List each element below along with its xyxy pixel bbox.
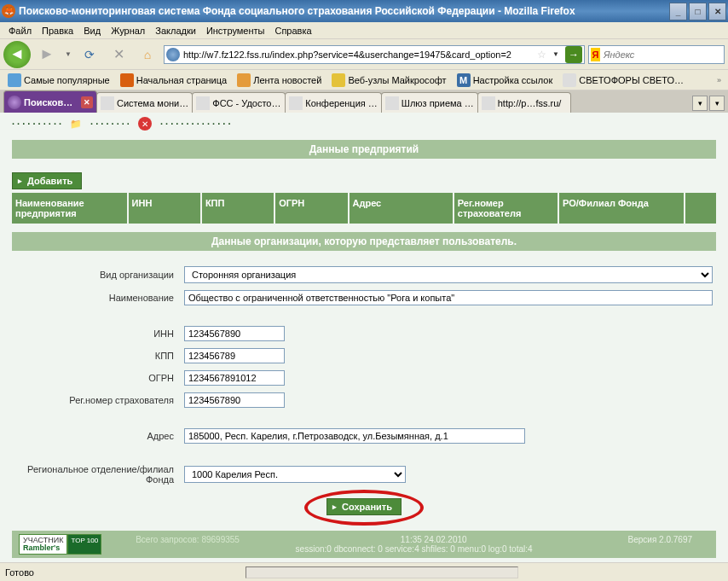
- delete-icon[interactable]: ✕: [138, 117, 152, 131]
- yandex-icon[interactable]: Я: [591, 48, 600, 61]
- tab-item[interactable]: ФСС - Удосто…: [192, 92, 286, 113]
- tab-close-icon[interactable]: ✕: [81, 96, 93, 108]
- label-inn: ИНН: [15, 328, 177, 339]
- top100-badge[interactable]: TOP 100: [67, 534, 101, 555]
- search-bar[interactable]: Я: [588, 45, 725, 64]
- select-org-type[interactable]: Сторонняя организация: [184, 266, 713, 283]
- bookmark-star-icon[interactable]: ☆: [537, 49, 546, 61]
- tab-favicon: [482, 96, 495, 110]
- status-bar: Готово: [0, 562, 728, 581]
- new-tab-button[interactable]: ▾: [692, 96, 708, 111]
- organization-form: Вид организации Сторонняя организация На…: [12, 266, 716, 485]
- search-input[interactable]: [604, 49, 722, 60]
- bookmark-icon: M: [457, 73, 471, 87]
- label-ogrn: ОГРН: [15, 373, 177, 383]
- bookmark-most-popular[interactable]: Самые популярные: [3, 72, 114, 89]
- footer-requests: Всего запросов: 89699355: [136, 535, 240, 544]
- tab-item[interactable]: Конференция …: [285, 92, 382, 113]
- navigation-toolbar: ◄ ► ▼ ⟳ ✕ ⌂ ☆ ▼ → Я: [0, 39, 728, 70]
- menu-view[interactable]: Вид: [78, 24, 106, 38]
- label-org-type: Вид организации: [15, 270, 177, 280]
- tab-favicon: [289, 96, 303, 110]
- menu-edit[interactable]: Правка: [37, 24, 78, 38]
- input-name[interactable]: [184, 290, 713, 305]
- url-bar[interactable]: ☆ ▼ →: [164, 45, 585, 64]
- menu-bookmarks[interactable]: Закладки: [150, 24, 201, 38]
- column-header[interactable]: РО/Филиал Фонда: [558, 193, 685, 224]
- menu-file[interactable]: Файл: [3, 24, 37, 38]
- bookmark-links-setup[interactable]: MНастройка ссылок: [453, 72, 558, 89]
- status-empty-section: [246, 566, 518, 578]
- menu-history[interactable]: Журнал: [106, 24, 150, 38]
- hidden-link-3[interactable]: · · · · · · · · · · · · · ·: [160, 119, 231, 129]
- input-regnum[interactable]: [184, 392, 285, 408]
- label-name: Наименование: [15, 293, 177, 303]
- hidden-link-2[interactable]: · · · · · · · ·: [90, 119, 130, 129]
- select-regional[interactable]: 1000 Карелия Респ.: [184, 466, 406, 483]
- site-identity-icon[interactable]: [166, 48, 180, 61]
- label-kpp: КПП: [15, 351, 177, 361]
- nav-forward-button[interactable]: ►: [34, 42, 60, 67]
- section-header: Данные предприятий: [12, 140, 716, 159]
- url-dropdown[interactable]: ▼: [550, 50, 562, 58]
- label-address: Адрес: [15, 431, 177, 441]
- column-header[interactable]: КПП: [201, 193, 274, 224]
- go-button[interactable]: →: [565, 46, 582, 63]
- input-address[interactable]: [184, 428, 525, 444]
- nav-home-button[interactable]: ⌂: [135, 42, 160, 67]
- bookmark-icon: [563, 73, 576, 87]
- footer-session: session:0 dbconnect: 0 service:4 shfiles…: [118, 544, 709, 554]
- nav-reload-button[interactable]: ⟳: [77, 42, 102, 67]
- maximize-button[interactable]: □: [689, 3, 707, 20]
- window-titlebar: 🦊 Поисково-мониторинговая система Фонда …: [0, 0, 728, 22]
- tab-item[interactable]: Шлюз приема …: [381, 92, 478, 113]
- nav-stop-button[interactable]: ✕: [106, 42, 131, 67]
- sub-section-header: Данные организации, которую представляет…: [12, 232, 716, 251]
- page-footer: УЧАСТНИКRambler's TOP 100 Всего запросов…: [12, 531, 716, 558]
- column-header[interactable]: ОГРН: [274, 193, 348, 224]
- folder-icon[interactable]: 📁: [70, 119, 82, 130]
- add-button[interactable]: Добавить: [12, 172, 82, 189]
- status-text: Готово: [5, 567, 34, 578]
- bookmark-icon: [332, 73, 345, 87]
- bookmark-news-feed[interactable]: Лента новостей: [233, 72, 326, 89]
- menu-tools[interactable]: Инструменты: [201, 24, 270, 38]
- url-input[interactable]: [183, 47, 534, 62]
- rambler-badge[interactable]: УЧАСТНИКRambler's: [19, 534, 67, 555]
- save-button[interactable]: Сохранить: [326, 498, 402, 515]
- input-ogrn[interactable]: [184, 370, 285, 386]
- column-header[interactable]: Адрес: [349, 193, 454, 224]
- close-button[interactable]: ✕: [708, 3, 726, 20]
- label-regional: Региональное отделение/филиал Фонда: [15, 464, 177, 485]
- label-regnum: Рег.номер страхователя: [15, 395, 177, 405]
- nav-history-dropdown[interactable]: ▼: [63, 42, 73, 67]
- tab-favicon: [8, 96, 21, 109]
- bookmark-icon: [120, 73, 134, 87]
- tabs-list-button[interactable]: ▾: [709, 96, 725, 111]
- footer-time: 11:35 24.02.2010: [401, 535, 467, 544]
- column-header[interactable]: Рег.номер страхователя: [454, 193, 558, 224]
- input-inn[interactable]: [184, 326, 285, 341]
- tab-active[interactable]: Поисков… ✕: [3, 90, 97, 113]
- tab-item[interactable]: http://p…fss.ru/: [477, 92, 571, 113]
- minimize-button[interactable]: _: [669, 3, 687, 20]
- firefox-icon: 🦊: [2, 4, 15, 18]
- bookmark-svetofor[interactable]: СВЕТОФОРЫ СВЕТО…: [558, 72, 688, 89]
- nav-back-button[interactable]: ◄: [3, 41, 31, 68]
- bookmark-icon: [8, 73, 21, 87]
- column-header[interactable]: ИНН: [128, 193, 201, 224]
- column-header[interactable]: [685, 193, 716, 224]
- menu-help[interactable]: Справка: [269, 24, 316, 38]
- input-kpp[interactable]: [184, 348, 285, 363]
- tab-item[interactable]: Система мони…: [96, 92, 193, 113]
- column-header[interactable]: Наименование предприятия: [12, 193, 128, 224]
- bookmarks-overflow[interactable]: »: [714, 76, 725, 84]
- bookmark-microsoft[interactable]: Веб-узлы Майкрософт: [327, 72, 450, 89]
- window-title: Поисково-мониторинговая система Фонда со…: [19, 5, 669, 17]
- menu-bar: Файл Правка Вид Журнал Закладки Инструме…: [0, 22, 728, 39]
- hidden-link-1[interactable]: · · · · · · · · · ·: [12, 119, 61, 129]
- page-toolbar: · · · · · · · · · · 📁 · · · · · · · · ✕ …: [12, 113, 716, 135]
- bookmark-start-page[interactable]: Начальная страница: [116, 72, 231, 89]
- tabs-bar: Поисков… ✕ Система мони… ФСС - Удосто… К…: [0, 90, 728, 113]
- bookmarks-toolbar: Самые популярные Начальная страница Лент…: [0, 70, 728, 90]
